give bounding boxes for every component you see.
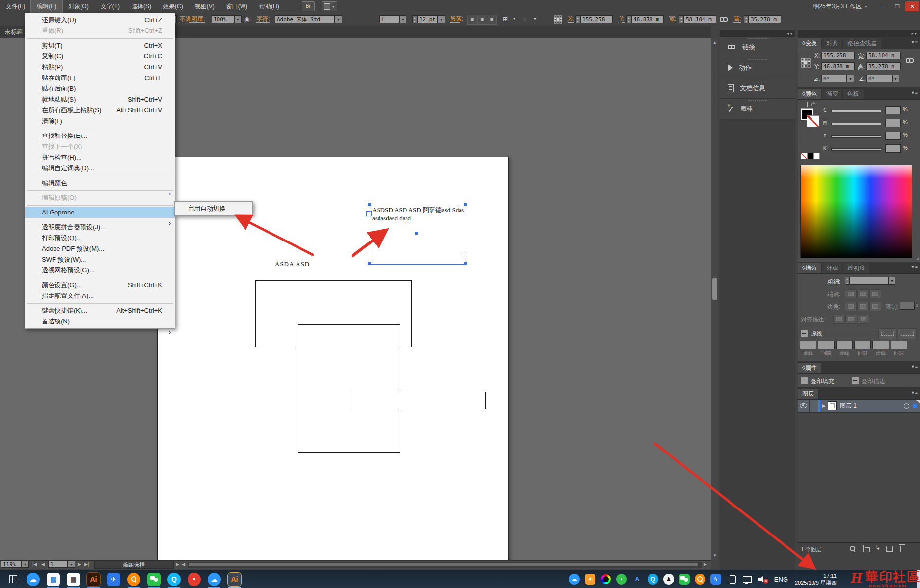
dash-field[interactable]: 虚线: [872, 341, 889, 356]
cap-round-button[interactable]: [857, 289, 869, 298]
cap-butt-button[interactable]: [845, 289, 857, 298]
reference-point-grid[interactable]: [801, 58, 811, 68]
recolor-icon[interactable]: ◌: [523, 15, 527, 23]
edit-menu-item[interactable]: 查找下一个(X) ›: [25, 141, 175, 152]
panel-menu-icon[interactable]: ▼≡: [911, 90, 918, 95]
character-label[interactable]: 字符:: [256, 16, 270, 23]
edit-menu-item[interactable]: Adobe PDF 预设(M)... ›: [25, 243, 175, 254]
panel-links[interactable]: 链接: [720, 37, 795, 57]
opacity-label[interactable]: 不透明度:: [180, 16, 205, 23]
dash-input[interactable]: [836, 341, 853, 349]
panel-magic-wand[interactable]: 魔棒: [720, 99, 795, 119]
last-artboard-button[interactable]: ▶|: [84, 561, 89, 568]
menu-select[interactable]: 选择(S): [126, 0, 157, 13]
corner-miter-button[interactable]: [845, 302, 857, 311]
overprint-fill-checkbox[interactable]: [801, 377, 808, 384]
edit-menu-item[interactable]: 透明度拼合器预设(J)... ›: [25, 222, 175, 233]
illustrator-icon[interactable]: Ai: [87, 573, 100, 586]
maximize-button[interactable]: ❐: [891, 1, 904, 11]
weight-dropdown-icon[interactable]: ▼: [888, 277, 895, 285]
menu-file[interactable]: 文件(F): [0, 0, 31, 13]
selected-art-indicator[interactable]: [913, 404, 917, 408]
edit-menu-item[interactable]: 重做(R) Shift+Ctrl+Z ›: [25, 26, 175, 36]
file-explorer-icon[interactable]: ▤: [47, 573, 60, 586]
edit-menu-item[interactable]: 编辑原稿(O) ›: [25, 192, 175, 203]
recolor-dropdown-icon[interactable]: ▼: [531, 15, 539, 23]
tray-cloud-browser-icon[interactable]: ☁: [569, 574, 580, 585]
lightning-app-icon[interactable]: ϟ: [710, 574, 721, 585]
edit-menu-item[interactable]: 粘贴(P) Ctrl+V ›: [25, 62, 175, 73]
zoom-dropdown-icon[interactable]: ▼: [22, 561, 29, 568]
th-value[interactable]: 35.278 m: [866, 62, 901, 70]
dash-input[interactable]: [891, 341, 907, 349]
edit-menu-item[interactable]: 贴在后面(B) ›: [25, 83, 175, 94]
panel-menu-icon[interactable]: ▼≡: [911, 364, 918, 369]
tab-swatches[interactable]: 色板: [843, 89, 864, 99]
minimize-button[interactable]: —: [876, 1, 890, 11]
dash-field[interactable]: 间隙: [891, 341, 907, 356]
arrange-documents-button[interactable]: ▼: [322, 1, 337, 11]
artboard-number[interactable]: 1: [48, 561, 68, 568]
black-swatch[interactable]: [807, 153, 813, 159]
channel-slider[interactable]: [831, 110, 881, 112]
envelope-dropdown-icon[interactable]: ▼: [511, 15, 518, 23]
dash-input[interactable]: [818, 341, 835, 349]
vertical-scrollbar-thumb[interactable]: [712, 278, 717, 300]
expand-arrows-icon[interactable]: ►►: [798, 30, 920, 37]
tab-attributes[interactable]: ◊属性: [798, 363, 821, 373]
ty-value[interactable]: 46.878 m: [821, 62, 855, 70]
dash-preset-button-2[interactable]: [898, 328, 917, 339]
menu-object[interactable]: 对象(O): [62, 0, 94, 13]
link-icon[interactable]: [906, 58, 915, 63]
layer-row[interactable]: ▶ 图层 1: [798, 400, 920, 413]
dash-field[interactable]: 虚线: [800, 341, 816, 356]
reference-point-grid[interactable]: [554, 15, 562, 24]
edit-menu-item[interactable]: 颜色设置(G)... Shift+Ctrl+K ›: [25, 280, 175, 291]
align-center-button[interactable]: ≡: [477, 15, 487, 25]
panel-menu-icon[interactable]: ▼≡: [911, 265, 918, 269]
clipping-mask-icon[interactable]: [863, 545, 864, 552]
tw-value[interactable]: 58.104 m: [866, 52, 901, 59]
edit-menu-item[interactable]: 剪切(T) Ctrl+X ›: [25, 40, 175, 51]
link-dimensions-icon[interactable]: [720, 17, 729, 22]
edit-menu-item[interactable]: 编辑颜色 ›: [25, 178, 175, 188]
status-expand-button[interactable]: ▶: [176, 561, 179, 568]
edit-menu-item[interactable]: 拼写检查(H)... ›: [25, 152, 175, 163]
collapse-arrows-icon[interactable]: ◄◄: [720, 30, 795, 37]
align-outside-stroke-button[interactable]: [858, 315, 869, 324]
layer-thumbnail[interactable]: [828, 401, 837, 410]
align-right-button[interactable]: ≡: [487, 15, 497, 25]
tab-align[interactable]: 对齐: [822, 38, 842, 49]
edit-menu-item[interactable]: 就地粘贴(S) Shift+Ctrl+V ›: [25, 94, 175, 105]
white-swatch[interactable]: [813, 153, 820, 159]
channel-value-field[interactable]: [885, 106, 901, 114]
x-stepper[interactable]: ▲▼: [575, 15, 580, 23]
new-layer-icon[interactable]: [886, 546, 893, 552]
font-size-stepper[interactable]: ▲▼: [412, 15, 417, 23]
width-stepper[interactable]: ▲▼: [679, 15, 684, 23]
dash-preset-button-1[interactable]: [878, 328, 897, 339]
network-tray-icon[interactable]: [743, 576, 752, 583]
x-value[interactable]: 155.258: [580, 15, 613, 23]
menu-view[interactable]: 视图(V): [189, 0, 220, 13]
hscroll-left-icon[interactable]: ◀: [182, 561, 185, 568]
handle-bottom-left[interactable]: [368, 262, 371, 265]
rainbow-ring-icon[interactable]: [600, 574, 611, 585]
shear-dropdown-icon[interactable]: ▼: [892, 75, 899, 82]
corner-round-button[interactable]: [857, 302, 869, 311]
cloud-browser-icon[interactable]: ☁: [208, 573, 221, 586]
none-swatch[interactable]: [801, 153, 807, 159]
font-dropdown-icon[interactable]: ▼: [335, 15, 342, 23]
muted-speaker-icon[interactable]: ×: [758, 576, 767, 583]
channel-value-field[interactable]: [885, 119, 901, 127]
clock[interactable]: 17:11 2025/10/9 星期四: [795, 572, 837, 586]
submenu-item-autoswitch[interactable]: 启用自动切换: [175, 203, 252, 214]
edit-menu-item[interactable]: 查找和替换(E)... ›: [25, 131, 175, 141]
bridge-button[interactable]: Br: [302, 1, 315, 11]
cap-projecting-button[interactable]: [869, 289, 881, 298]
dashed-line-checkbox[interactable]: [801, 330, 808, 337]
rectangle-shape-3[interactable]: [353, 392, 486, 409]
envelope-distort-icon[interactable]: ⊞: [503, 15, 508, 23]
panel-menu-icon[interactable]: ▼≡: [911, 390, 918, 395]
tab-stroke[interactable]: ◊描边: [798, 263, 821, 273]
